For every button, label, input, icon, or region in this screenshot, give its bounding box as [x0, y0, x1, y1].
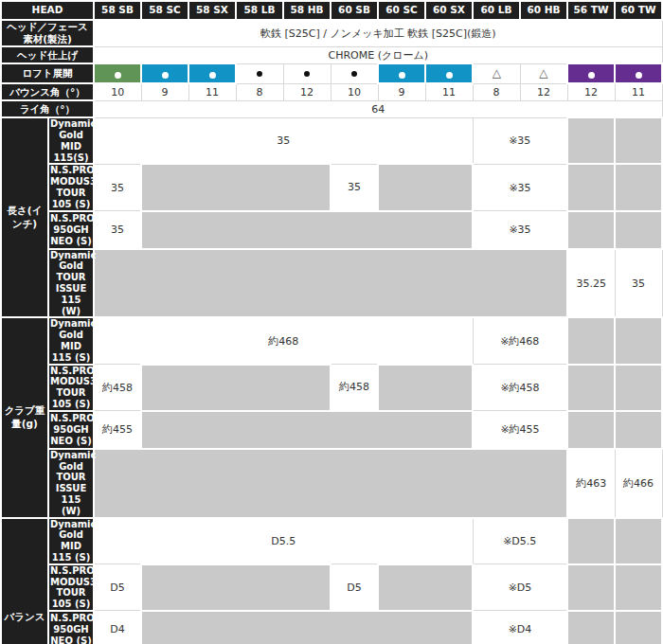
bounce-value: 12: [520, 83, 567, 100]
column-header-60-sx: 60 SX: [425, 1, 473, 20]
not-available-cell: [615, 564, 662, 611]
not-available-cell: [378, 164, 473, 210]
bounce-value: 11: [188, 83, 236, 100]
spec-value-cell: 35: [331, 164, 378, 210]
bounce-value: 8: [473, 83, 520, 100]
not-available-cell: [615, 411, 662, 449]
column-header-58-lb: 58 LB: [236, 1, 283, 20]
table-row: Dynamic Gold TOUR ISSUE 115 (W)35.2535: [1, 249, 662, 318]
table-row: N.S.PRO® MODUS3 TOUR 105 (S)D5D5※D5: [1, 564, 662, 611]
column-header-60-sc: 60 SC: [378, 1, 425, 20]
not-available-cell: [615, 611, 662, 644]
not-available-cell: [141, 164, 331, 210]
not-available-cell: [567, 365, 615, 411]
white-dot-icon: [399, 72, 405, 79]
loft-cell: [283, 63, 331, 83]
loft-row-label: ロフト展開: [1, 63, 94, 83]
not-available-cell: [94, 249, 567, 318]
table-row: N.S.PRO® 950GH NEO (S)35※35: [1, 211, 662, 249]
not-available-cell: [615, 365, 662, 411]
table-row: クラブ重量(g)Dynamic Gold MID 115 (S)約468※約46…: [1, 317, 662, 364]
black-dot-icon: [351, 71, 357, 77]
spec-value-cell: 約458: [331, 365, 378, 411]
column-header-58-hb: 58 HB: [283, 1, 331, 20]
not-available-cell: [567, 611, 615, 644]
loft-cell: [425, 63, 473, 83]
not-available-cell: [141, 211, 473, 249]
column-header-58-sx: 58 SX: [188, 1, 236, 20]
loft-cell: [615, 63, 662, 83]
not-available-cell: [615, 164, 662, 210]
table-row: N.S.PRO® MODUS3 TOUR 105 (S)約458約458※約45…: [1, 365, 662, 411]
table-row: ライ角（°）64: [1, 100, 662, 117]
white-dot-icon: [115, 72, 121, 79]
not-available-cell: [141, 365, 331, 411]
group-label: 長さ(インチ): [1, 117, 48, 317]
white-dot-icon: [636, 72, 642, 79]
spec-value-cell: ※35: [473, 211, 567, 249]
bounce-value: 8: [236, 83, 283, 100]
spec-value-cell: ※D5.5: [473, 518, 567, 564]
white-dot-icon: [446, 72, 453, 79]
spec-value-cell: D5: [331, 564, 378, 611]
not-available-cell: [567, 518, 615, 564]
spec-table: HEAD58 SB58 SC58 SX58 LB58 HB60 SB60 SC6…: [0, 0, 663, 644]
bounce-value: 11: [615, 83, 662, 100]
not-available-cell: [94, 449, 567, 518]
group-label: バランス: [1, 518, 48, 644]
spec-value-cell: ※約468: [473, 317, 567, 364]
shaft-label: N.S.PRO® 950GH NEO (S): [48, 411, 94, 449]
column-header-60-hb: 60 HB: [520, 1, 567, 20]
not-available-cell: [378, 564, 473, 611]
spec-value-cell: 35: [94, 117, 473, 164]
loft-cell: △: [473, 63, 520, 83]
table-row: ロフト展開△△: [1, 63, 662, 83]
spec-value-cell: ※35: [473, 164, 567, 210]
spec-value-cell: ※35: [473, 117, 567, 164]
shaft-label: N.S.PRO® 950GH NEO (S): [48, 211, 94, 249]
loft-cell: [188, 63, 236, 83]
loft-cell: [94, 63, 141, 83]
shaft-label: Dynamic Gold MID 115 (S): [48, 317, 94, 364]
not-available-cell: [615, 317, 662, 364]
black-dot-icon: [257, 71, 262, 77]
loft-cell: [331, 63, 378, 83]
head-header: HEAD: [1, 1, 94, 20]
not-available-cell: [378, 365, 473, 411]
not-available-cell: [615, 211, 662, 249]
not-available-cell: [567, 164, 615, 210]
bounce-value: 10: [94, 83, 141, 100]
table-row: ヘッド／フェース素材(製法)軟鉄 [S25C] / ノンメッキ加工 軟鉄 [S2…: [1, 20, 662, 46]
spec-value-cell: ※D5: [473, 564, 567, 611]
column-header-60-lb: 60 LB: [473, 1, 520, 20]
bounce-value: 11: [425, 83, 473, 100]
shaft-label: Dynamic Gold TOUR ISSUE 115 (W): [48, 249, 94, 318]
white-dot-icon: [209, 72, 216, 79]
spec-value-cell: 約468: [94, 317, 473, 364]
bounce-row-label: バウンス角（°）: [1, 83, 94, 100]
lie-row-label: ライ角（°）: [1, 100, 94, 117]
table-row: N.S.PRO® 950GH NEO (S)D4※D4: [1, 611, 662, 644]
spec-value-cell: 35: [615, 249, 662, 318]
not-available-cell: [567, 411, 615, 449]
loft-cell: [236, 63, 283, 83]
spec-table-body: HEAD58 SB58 SC58 SX58 LB58 HB60 SB60 SC6…: [1, 1, 662, 644]
shaft-label: Dynamic Gold MID 115(S): [48, 117, 94, 164]
not-available-cell: [141, 411, 473, 449]
table-row: N.S.PRO® MODUS3 TOUR 105 (S)3535※35: [1, 164, 662, 210]
table-row: 長さ(インチ)Dynamic Gold MID 115(S)35※35: [1, 117, 662, 164]
column-header-58-sb: 58 SB: [94, 1, 141, 20]
black-dot-icon: [304, 71, 310, 77]
not-available-cell: [567, 211, 615, 249]
group-label: クラブ重量(g): [1, 317, 48, 517]
table-row: バランスDynamic Gold MID 115 (S)D5.5※D5.5: [1, 518, 662, 564]
white-dot-icon: [588, 72, 595, 79]
not-available-cell: [615, 117, 662, 164]
not-available-cell: [615, 518, 662, 564]
shaft-label: N.S.PRO® MODUS3 TOUR 105 (S): [48, 164, 94, 210]
not-available-cell: [567, 317, 615, 364]
white-dot-icon: [162, 72, 169, 79]
spec-value-cell: ※約455: [473, 411, 567, 449]
finish-row-label: ヘッド仕上げ: [1, 46, 94, 63]
not-available-cell: [567, 564, 615, 611]
